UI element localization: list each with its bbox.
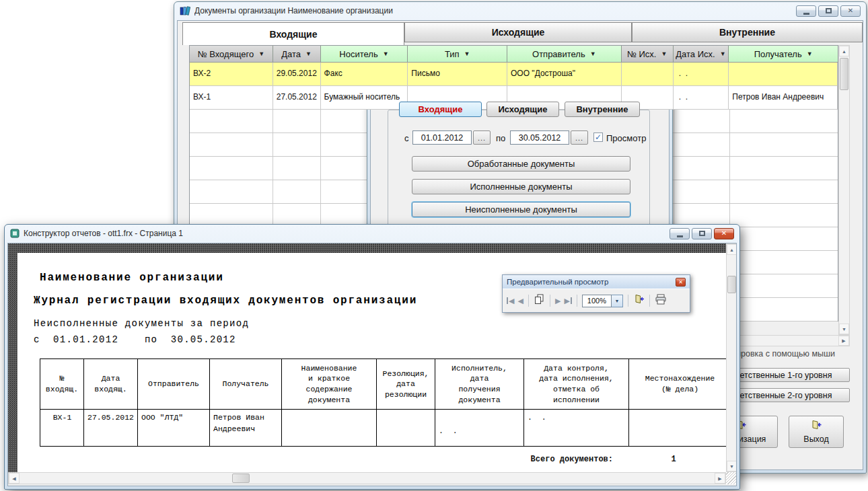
maximize-icon — [826, 8, 832, 13]
column-header-receiver[interactable]: Получатель▼ — [729, 46, 838, 62]
column-header-outgoing-number[interactable]: № Исх.▼ — [622, 46, 674, 62]
scroll-right-icon: ▶ — [718, 476, 721, 481]
window-controls: ✕ — [796, 5, 861, 17]
scroll-right-button[interactable]: ▶ — [715, 473, 725, 484]
close-icon: ✕ — [721, 230, 727, 237]
close-button[interactable]: ✕ — [840, 5, 861, 17]
date-to-input[interactable] — [510, 130, 569, 145]
report-cell — [282, 410, 377, 447]
next-page-button[interactable]: ▶ — [555, 297, 560, 305]
pages-button[interactable] — [534, 294, 545, 307]
designer-titlebar[interactable]: Конструктор отчетов - ott1.frx - Страниц… — [5, 225, 739, 242]
sort-arrow-icon[interactable]: ▼ — [807, 51, 813, 57]
desktop: Документы организации Наименование орган… — [0, 0, 868, 491]
report-table: № входящ. Дата входящ. Отправитель Получ… — [40, 358, 726, 447]
cell-incoming-number: ВХ-1 — [190, 86, 273, 109]
report-col-header: Дата контроля, дата исполнения, отметка … — [524, 359, 629, 410]
maximize-button[interactable] — [692, 228, 712, 239]
next-page-icon: ▶ — [555, 297, 560, 305]
previous-page-button[interactable]: ◀ — [517, 297, 523, 305]
cell-carrier: Бумажный носитель — [321, 86, 408, 109]
zoom-value[interactable]: 100% — [582, 295, 612, 307]
scroll-up-icon: ▲ — [842, 49, 846, 54]
reports-tab-incoming[interactable]: Входящие — [399, 102, 482, 117]
first-page-icon: ◀ — [509, 297, 514, 305]
close-preview-button[interactable] — [633, 294, 645, 307]
column-header-sender[interactable]: Отправитель▼ — [507, 46, 622, 62]
sort-arrow-icon[interactable]: ▼ — [258, 51, 264, 57]
tab-internal[interactable]: Внутренние — [632, 22, 863, 42]
column-header-outgoing-date[interactable]: Дата Исх.▼ — [674, 46, 729, 62]
window-title: Документы организации Наименование орган… — [194, 6, 792, 15]
maximize-button[interactable] — [818, 5, 838, 17]
scrollbar-thumb[interactable] — [232, 474, 250, 483]
scroll-right-button[interactable]: ▶ — [838, 336, 849, 346]
last-page-button[interactable]: ▶ — [564, 297, 571, 305]
resize-grip[interactable] — [726, 472, 737, 484]
date-to-browse-button[interactable]: ... — [571, 130, 588, 145]
column-header-carrier[interactable]: Носитель▼ — [321, 46, 408, 62]
chevron-down-icon[interactable]: ▼ — [612, 295, 623, 307]
scroll-up-button[interactable]: ▲ — [839, 46, 849, 56]
sort-arrow-icon[interactable]: ▼ — [720, 51, 726, 57]
scroll-up-button[interactable]: ▲ — [727, 244, 737, 255]
preview-toolbar-window: Предварительный просмотр ✕ ◀ ◀ ▶ ▶ 100% … — [502, 274, 690, 313]
documents-titlebar[interactable]: Документы организации Наименование орган… — [174, 2, 866, 20]
exit-button[interactable]: Выход — [789, 416, 844, 448]
cell-outgoing-date: . . — [674, 86, 729, 109]
report-total-value: 1 — [650, 455, 697, 464]
column-header-incoming-number[interactable]: № Входящего▼ — [190, 46, 273, 62]
date-from-browse-button[interactable]: ... — [473, 130, 491, 145]
minimize-button[interactable] — [796, 5, 816, 17]
vertical-scrollbar[interactable]: ▲ ▼ — [838, 45, 850, 335]
preview-checkbox-label: Просмотр — [606, 133, 646, 143]
date-to-label: по — [496, 133, 505, 143]
table-row-selected[interactable]: ВХ-2 29.05.2012 Факс Письмо ООО "Дострош… — [190, 63, 838, 86]
sort-arrow-icon[interactable]: ▼ — [464, 51, 470, 57]
cell-outgoing-number — [622, 63, 674, 85]
date-from-input[interactable] — [412, 130, 472, 145]
reports-tab-outgoing[interactable]: Исходящие — [486, 102, 559, 117]
print-button[interactable] — [655, 294, 667, 307]
processed-documents-button[interactable]: Обработанные документы — [412, 156, 630, 172]
report-col-header: Резолюция, дата резолюции — [377, 359, 435, 410]
preview-toolbar-titlebar[interactable]: Предварительный просмотр ✕ — [503, 275, 690, 289]
reports-client-area: Входящие Исходящие Внутренние с ... по .… — [370, 91, 670, 234]
vertical-scrollbar[interactable]: ▲ ▼ — [726, 243, 737, 472]
sort-arrow-icon[interactable]: ▼ — [661, 51, 667, 57]
reports-tab-internal[interactable]: Внутренние — [565, 102, 640, 117]
minimize-button[interactable] — [670, 228, 690, 239]
tab-incoming[interactable]: Входящие — [182, 22, 404, 45]
report-col-header: Исполнитель, дата получения документа — [435, 359, 524, 410]
report-heading: Журнал регистрации входящих документов о… — [34, 295, 417, 307]
scrollbar-thumb[interactable] — [727, 276, 736, 293]
sort-arrow-icon[interactable]: ▼ — [305, 51, 312, 57]
zoom-combobox[interactable]: 100% ▼ — [582, 295, 623, 307]
window-controls: ✕ — [670, 228, 734, 239]
column-header-type[interactable]: Тип▼ — [408, 46, 507, 62]
sort-arrow-icon[interactable]: ▼ — [383, 51, 389, 57]
close-icon[interactable]: ✕ — [676, 278, 686, 287]
previous-page-icon: ◀ — [517, 297, 523, 305]
exit-door-icon — [810, 420, 822, 432]
cell-carrier: Факс — [321, 63, 408, 85]
horizontal-scrollbar[interactable]: ◀ ▶ — [8, 472, 726, 484]
report-col-header: Наименование и краткое содержание докуме… — [282, 359, 377, 410]
sort-arrow-icon[interactable]: ▼ — [590, 51, 596, 57]
last-page-icon: ▶ — [564, 297, 569, 305]
close-button[interactable]: ✕ — [714, 228, 734, 239]
executed-documents-button[interactable]: Исполненные документы — [412, 179, 630, 194]
report-col-header: Местонахождение (№ дела) — [629, 359, 726, 410]
scroll-left-button[interactable]: ◀ — [9, 473, 20, 484]
column-header-date[interactable]: Дата▼ — [273, 46, 321, 62]
unexecuted-documents-button[interactable]: Неисполненные документы — [412, 202, 630, 217]
report-cell — [629, 410, 726, 447]
scroll-down-button[interactable]: ▼ — [839, 324, 849, 334]
tab-outgoing[interactable]: Исходящие — [404, 22, 632, 42]
scroll-up-icon: ▲ — [729, 248, 734, 252]
scrollbar-thumb[interactable] — [840, 58, 848, 90]
preview-checkbox[interactable]: ✓ — [593, 133, 603, 142]
first-page-button[interactable]: ◀ — [507, 297, 514, 305]
scroll-down-button[interactable]: ▼ — [727, 461, 737, 471]
check-icon: ✓ — [595, 133, 602, 141]
